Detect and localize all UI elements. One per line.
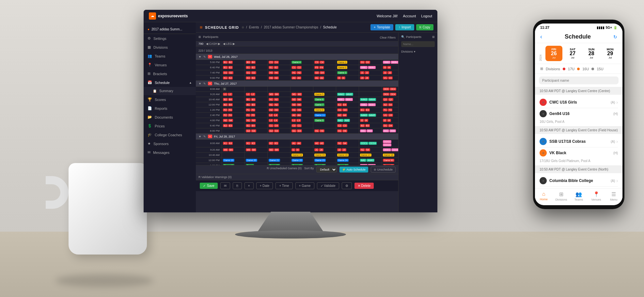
sidebar-item-messages[interactable]: ✉ Messages — [144, 148, 196, 157]
grid-cell[interactable]: BB2BBB — [382, 128, 398, 133]
filter-name-input[interactable] — [401, 41, 435, 47]
grid-cell[interactable]: C2C1 — [291, 123, 313, 128]
grid-cell[interactable]: V1V2 — [382, 75, 398, 80]
grid-cell[interactable]: S2S4 — [382, 102, 398, 107]
grid-cell[interactable]: C2C3 — [336, 123, 359, 128]
grid-cell[interactable] — [268, 153, 291, 157]
grid-cell[interactable] — [222, 128, 245, 133]
grid-cell[interactable]: B2B4 — [222, 102, 245, 107]
grid-cell[interactable]: Game 90 — [382, 158, 398, 163]
grid-cell[interactable]: Game 17 — [359, 153, 382, 157]
grid-cell[interactable]: E1E2 — [245, 65, 268, 70]
grid-cell[interactable]: G1G2 — [222, 70, 245, 75]
grid-cell[interactable] — [245, 153, 268, 157]
schedule-match-1[interactable]: ⊕ CWC U16 Girls (A) › ⊕ Gen94 U16 (H) — [535, 95, 622, 126]
grid-cell[interactable]: DD3DD4 — [382, 92, 398, 97]
grid-cell[interactable]: G1G2 — [245, 70, 268, 75]
add-date-button[interactable]: + Date — [256, 182, 273, 189]
grid-cell[interactable]: F2F4 — [222, 113, 245, 118]
grid-cell[interactable]: Game 16 — [336, 153, 359, 157]
settings-btn[interactable]: × — [244, 182, 254, 189]
grid-cell[interactable]: C3C4 — [313, 60, 336, 65]
phone-nav-menu[interactable]: ☰ Menu — [605, 191, 622, 201]
grid-cell[interactable]: M1M2 — [291, 92, 313, 97]
grid-cell[interactable]: L1L2 — [245, 92, 268, 97]
add-game-button[interactable]: + Game — [295, 182, 314, 189]
phone-nav-teams[interactable]: 👥 Teams — [570, 191, 588, 201]
grid-cell[interactable]: H2H4 — [268, 107, 291, 112]
grid-cell[interactable]: 6BB3BBB4 — [382, 60, 398, 65]
grid-cell[interactable]: G1G3 — [291, 128, 313, 133]
grid-cell[interactable]: Game 19 — [222, 158, 245, 163]
sidebar-item-summary[interactable]: 📋 Summary — [144, 87, 196, 95]
grid-cell[interactable]: B1B3 — [245, 97, 268, 102]
grid-cell[interactable]: H1H3 — [313, 128, 336, 133]
grid-cell[interactable]: I3I4 — [336, 75, 359, 80]
sidebar-item-teams[interactable]: 👥 Teams — [144, 52, 196, 60]
grid-cell[interactable]: CCC1CCC4 — [359, 140, 382, 147]
sidebar-item-documents[interactable]: 📂 Documents — [144, 113, 196, 122]
grid-cell[interactable]: H3H4 — [268, 70, 291, 75]
grid-cell[interactable]: D1D4 — [382, 123, 398, 128]
grid-cell[interactable]: K1K2 — [222, 75, 245, 80]
refresh-button[interactable]: ↻ — [613, 34, 617, 40]
grid-cell[interactable]: DD3DD4 — [382, 87, 398, 91]
grid-cell[interactable]: E1E2 — [222, 65, 245, 70]
grid-cell[interactable]: Game 1 — [336, 60, 359, 65]
grid-cell[interactable]: Game 21 — [268, 158, 291, 163]
grid-cell[interactable] — [313, 87, 336, 91]
auto-schedule-button[interactable]: ⚡ Auto Schedule — [339, 167, 368, 173]
breadcrumb-event-name[interactable]: Events — [249, 25, 259, 29]
grid-cell[interactable]: M2M4 — [268, 147, 291, 152]
clear-filters[interactable]: Clear Filters — [380, 34, 396, 40]
sidebar-item-reports[interactable]: 📄 Reports — [144, 104, 196, 113]
grid-cell[interactable]: Q1Q2 — [382, 97, 398, 102]
grid-cell[interactable] — [268, 87, 291, 91]
fri-expand-icon[interactable]: ▼ — [198, 135, 201, 138]
grid-cell[interactable]: K3K4 — [245, 75, 268, 80]
grid-cell[interactable]: Game 7 — [313, 102, 336, 107]
grid-cell[interactable]: N1N4 — [336, 140, 359, 147]
grid-cell[interactable]: Game 2 — [336, 65, 359, 70]
grid-cell[interactable]: G3G4 — [313, 70, 336, 75]
grid-cell[interactable]: A3A4 — [291, 75, 313, 80]
grid-cell[interactable]: A1A4 — [291, 140, 313, 147]
grid-cell[interactable]: E1E4 — [245, 123, 268, 128]
grid-cell[interactable]: L2L4 — [268, 118, 291, 123]
grid-cell[interactable]: I2I4 — [382, 118, 398, 123]
grid-cell[interactable]: A2A3 — [313, 140, 336, 147]
grid-cell[interactable]: L2L4 — [268, 113, 291, 118]
grid-cell[interactable]: M3M4 — [245, 147, 268, 152]
grid-cell[interactable] — [291, 87, 313, 91]
grid-cell[interactable]: AAA3AAA5 — [359, 113, 382, 118]
participant-search-input[interactable] — [539, 76, 619, 84]
grid-scroll[interactable]: ▼ ✎ × Wed, Jul 26, 2017 5:00 PM B1B2 B3B… — [196, 54, 398, 165]
grid-cell[interactable] — [359, 87, 382, 91]
breadcrumb-events[interactable]: / — [246, 25, 247, 29]
grid-cell[interactable]: B2B4 — [222, 97, 245, 102]
grid-cell[interactable]: A2A4 — [336, 113, 359, 118]
grid-cell[interactable]: F1F3 — [245, 107, 268, 112]
add-time-button[interactable]: + Time — [275, 182, 292, 189]
grid-cell[interactable]: F2F4 — [222, 107, 245, 112]
grid-cell[interactable]: × — [222, 87, 245, 91]
grid-cell[interactable]: GGG1GGG4 — [382, 140, 398, 147]
grid-cell[interactable] — [359, 92, 382, 97]
grid-cell[interactable]: M3M4 — [268, 92, 291, 97]
grid-cell[interactable]: F1F3 — [245, 113, 268, 118]
grid-cell[interactable]: Game 9 — [313, 118, 336, 123]
grid-cell[interactable]: G2G3 — [245, 128, 268, 133]
grid-cell[interactable] — [245, 87, 268, 91]
grid-cell[interactable]: T1T3 — [382, 107, 398, 112]
grid-cell[interactable]: Game 15 — [313, 153, 336, 157]
grid-cell[interactable]: I1I4 — [291, 147, 313, 152]
thu-expand-icon[interactable]: ▼ — [198, 82, 201, 85]
gear-button[interactable]: ⚙ — [342, 182, 352, 189]
template-button[interactable]: + Template — [370, 24, 393, 30]
grid-cell[interactable]: E1E3 — [359, 107, 382, 112]
grid-cell[interactable]: N1N2 — [268, 97, 291, 102]
grid-cell[interactable]: G1G3 — [336, 107, 359, 112]
sidebar-item-divisions[interactable]: ▦ Divisions — [144, 43, 196, 52]
grid-cell[interactable]: H3H2 — [268, 75, 291, 80]
save-button[interactable]: ✓ Save — [200, 183, 218, 189]
